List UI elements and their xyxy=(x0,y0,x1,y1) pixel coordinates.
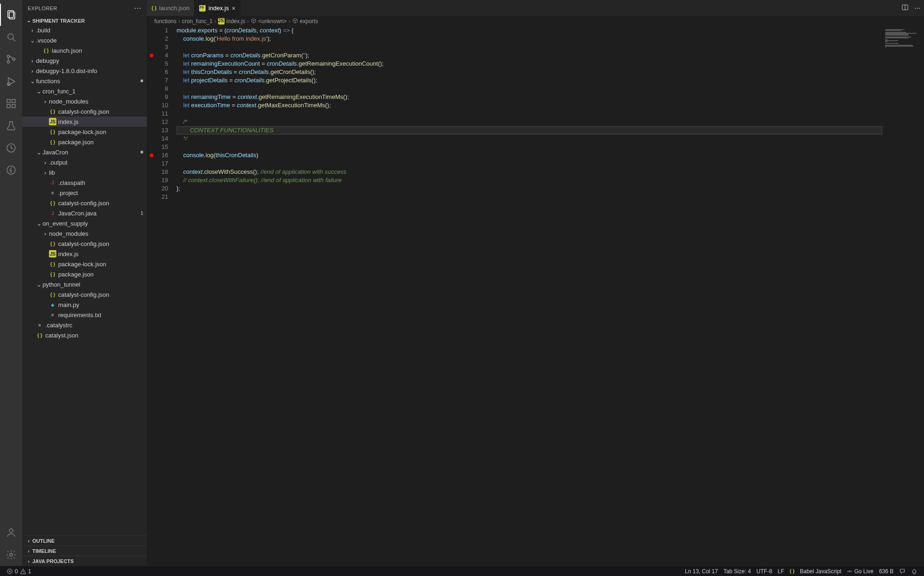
status-language[interactable]: { } Babel JavaScript xyxy=(787,566,844,576)
file-item[interactable]: JJavaCron.java1 xyxy=(22,208,147,218)
tree-label: package-lock.json xyxy=(58,261,143,268)
braces-icon: { } xyxy=(790,569,795,574)
extensions-icon[interactable] xyxy=(0,92,22,115)
status-eol[interactable]: LF xyxy=(775,566,787,576)
tree-label: node_modules xyxy=(49,98,143,105)
svg-rect-9 xyxy=(7,99,10,103)
split-editor-icon[interactable] xyxy=(901,4,909,12)
file-item[interactable]: { }catalyst-config.json xyxy=(22,198,147,208)
status-cursor[interactable]: Ln 13, Col 17 xyxy=(682,566,721,576)
status-encoding[interactable]: UTF-8 xyxy=(754,566,775,576)
explorer-icon[interactable] xyxy=(0,4,22,26)
folder-item[interactable]: ›node_modules xyxy=(22,96,147,106)
testing-icon[interactable] xyxy=(0,115,22,137)
breadcrumb-segment[interactable]: functions xyxy=(154,18,176,25)
code-editor[interactable]: 123456789101112131415161718192021 module… xyxy=(147,26,924,566)
timeline-panel[interactable]: ›TIMELINE xyxy=(22,545,147,556)
debug-icon[interactable] xyxy=(0,70,22,92)
accounts-icon[interactable] xyxy=(0,521,22,544)
tree-label: index.js xyxy=(58,118,143,125)
search-icon[interactable] xyxy=(0,26,22,48)
sidebar-more-icon[interactable]: ⋯ xyxy=(134,4,142,12)
file-item[interactable]: ≡.project xyxy=(22,188,147,198)
file-item[interactable]: ◆main.py xyxy=(22,300,147,310)
tree-label: index.js xyxy=(58,251,143,257)
tree-label: .classpath xyxy=(58,179,143,186)
language-label: Babel JavaScript xyxy=(800,568,841,575)
breadcrumb-segment[interactable]: <unknown> xyxy=(258,18,287,25)
more-actions-icon[interactable]: ⋯ xyxy=(914,5,920,12)
tree-label: node_modules xyxy=(49,230,143,237)
folder-item[interactable]: ⌄JavaCron xyxy=(22,147,147,157)
tree-label: .output xyxy=(49,159,143,166)
file-item[interactable]: { }package-lock.json xyxy=(22,127,147,137)
tree-label: lib xyxy=(49,169,143,176)
file-item[interactable]: { }package.json xyxy=(22,269,147,279)
chevron-down-icon: ⌄ xyxy=(35,149,43,156)
folder-item[interactable]: ⌄functions xyxy=(22,76,147,86)
svg-point-16 xyxy=(9,529,13,533)
chevron-down-icon: ⌄ xyxy=(35,281,43,288)
status-tabsize[interactable]: Tab Size: 4 xyxy=(721,566,754,576)
file-item[interactable]: { }catalyst-config.json xyxy=(22,289,147,300)
tab-label: launch.json xyxy=(159,5,190,12)
source-control-icon[interactable] xyxy=(0,48,22,70)
breakpoint-icon[interactable] xyxy=(150,54,153,57)
status-bell-icon[interactable] xyxy=(908,566,920,576)
chevron-down-icon: ⌄ xyxy=(35,220,43,227)
symbol-icon xyxy=(251,18,256,25)
editor-area: { }launch.jsonJSindex.js× ⋯ functions›cr… xyxy=(147,0,924,566)
folder-item[interactable]: ›.build xyxy=(22,25,147,35)
folder-item[interactable]: ⌄python_tunnel xyxy=(22,279,147,289)
chevron-right-icon: › xyxy=(29,67,36,74)
code-content[interactable]: module.exports = (cronDetails, context) … xyxy=(176,26,882,566)
tree-label: cron_func_1 xyxy=(43,88,143,95)
breadcrumb[interactable]: functions›cron_func_1›JSindex.js›<unknow… xyxy=(147,16,924,26)
sidebar: EXPLORER ⋯ ⌄ SHIPMENT TRACKER ›.build⌄.v… xyxy=(22,0,147,566)
svg-rect-12 xyxy=(12,99,15,103)
history-icon[interactable] xyxy=(0,137,22,159)
file-item[interactable]: JSindex.js xyxy=(22,249,147,259)
folder-item[interactable]: ›lib xyxy=(22,167,147,178)
folder-item[interactable]: ⌄on_event_supply xyxy=(22,218,147,228)
chevron-down-icon: ⌄ xyxy=(29,37,36,44)
file-item[interactable]: JSindex.js xyxy=(22,116,147,127)
folder-item[interactable]: ⌄cron_func_1 xyxy=(22,86,147,96)
breadcrumb-segment[interactable]: index.js xyxy=(226,18,245,25)
tree-label: catalyst-config.json xyxy=(58,291,143,298)
file-item[interactable]: ≡requirements.txt xyxy=(22,310,147,320)
status-feedback-icon[interactable] xyxy=(896,566,908,576)
editor-tab[interactable]: JSindex.js× xyxy=(195,0,240,16)
status-errors[interactable]: 0 1 xyxy=(4,566,34,576)
thunder-icon[interactable] xyxy=(0,159,22,181)
file-item[interactable]: { }catalyst-config.json xyxy=(22,106,147,116)
close-icon[interactable]: × xyxy=(231,5,235,12)
file-item[interactable]: { }package-lock.json xyxy=(22,259,147,269)
cursor-position: Ln 13, Col 17 xyxy=(685,568,718,575)
file-item[interactable]: { }launch.json xyxy=(22,45,147,55)
breadcrumb-segment[interactable]: cron_func_1 xyxy=(182,18,213,25)
golive-label: Go Live xyxy=(854,568,873,575)
editor-tab[interactable]: { }launch.json xyxy=(147,0,195,16)
svg-marker-7 xyxy=(8,78,15,85)
workspace-root[interactable]: ⌄ SHIPMENT TRACKER xyxy=(22,16,147,25)
status-golive[interactable]: Go Live xyxy=(844,566,876,576)
file-item[interactable]: { }package.json xyxy=(22,137,147,147)
file-item[interactable]: J.classpath xyxy=(22,178,147,188)
file-item[interactable]: { }catalyst.json xyxy=(22,330,147,340)
breadcrumb-segment[interactable]: exports xyxy=(300,18,318,25)
folder-item[interactable]: ⌄.vscode xyxy=(22,35,147,45)
folder-item[interactable]: ›node_modules xyxy=(22,228,147,239)
folder-item[interactable]: ›debugpy xyxy=(22,55,147,66)
file-item[interactable]: ≡.catalystrc xyxy=(22,320,147,330)
tree-label: JavaCron.java xyxy=(58,210,139,217)
breakpoint-icon[interactable] xyxy=(150,153,153,157)
folder-item[interactable]: ›.output xyxy=(22,157,147,167)
outline-panel[interactable]: ›OUTLINE xyxy=(22,535,147,545)
folder-item[interactable]: ›debugpy-1.8.0.dist-info xyxy=(22,66,147,76)
minimap[interactable] xyxy=(882,26,924,566)
status-filesize[interactable]: 636 B xyxy=(876,566,896,576)
file-item[interactable]: { }catalyst-config.json xyxy=(22,239,147,249)
java-projects-panel[interactable]: ›JAVA PROJECTS xyxy=(22,556,147,566)
settings-icon[interactable] xyxy=(0,544,22,566)
